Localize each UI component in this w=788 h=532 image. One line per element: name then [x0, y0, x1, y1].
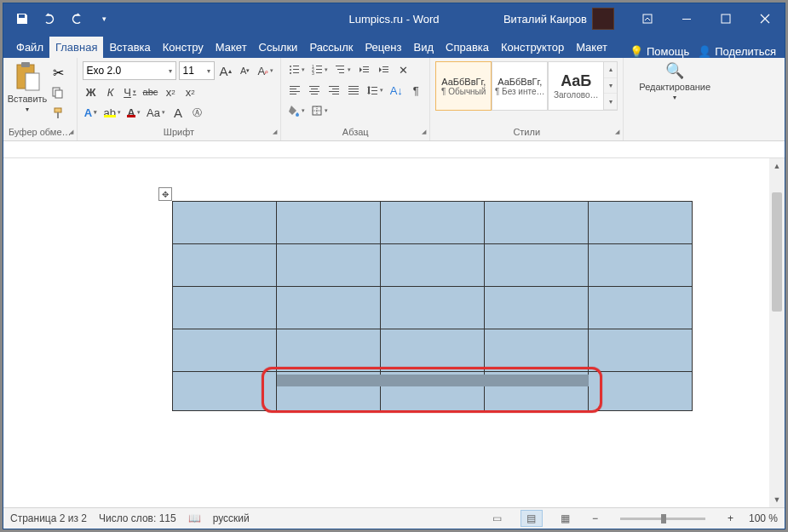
zoom-in-icon[interactable]: + [724, 512, 737, 524]
view-web-icon[interactable]: ▦ [555, 510, 577, 527]
font-size-combo[interactable]: 11▾ [179, 61, 215, 80]
tab-references[interactable]: Ссылки [253, 37, 304, 58]
scroll-down-icon[interactable]: ▼ [769, 492, 785, 507]
zoom-level[interactable]: 100 % [749, 512, 778, 524]
tab-layout[interactable]: Макет [210, 37, 253, 58]
qat-dropdown-icon[interactable]: ▾ [94, 9, 114, 29]
grow-font-icon[interactable]: A▴ [217, 62, 234, 79]
table-move-handle[interactable]: ✥ [158, 187, 172, 201]
paste-button[interactable]: Вставить ▾ [9, 61, 46, 125]
word-count[interactable]: Число слов: 115 [99, 512, 176, 524]
svg-rect-35 [309, 86, 319, 87]
tab-help[interactable]: Справка [440, 37, 495, 58]
redo-icon[interactable] [66, 9, 87, 29]
tell-me[interactable]: 💡Помощь [630, 45, 689, 58]
undo-icon[interactable] [39, 9, 60, 29]
svg-rect-4 [21, 62, 30, 67]
align-right-icon[interactable] [325, 82, 342, 99]
close-icon[interactable] [745, 3, 785, 34]
maximize-icon[interactable] [706, 3, 745, 34]
save-icon[interactable] [12, 9, 32, 29]
group-label-font: Шрифт [83, 125, 276, 139]
borders-icon[interactable] [309, 102, 330, 119]
subscript-icon[interactable]: x2 [162, 83, 179, 100]
sort-icon[interactable]: A↓ [388, 82, 405, 99]
group-clipboard: Вставить ▾ ✂ Буфер обме… [3, 58, 78, 140]
style-nospacing[interactable]: АаБбВвГг, ¶ Без инте… [492, 61, 548, 111]
svg-point-12 [290, 69, 291, 71]
tab-insert[interactable]: Вставка [103, 37, 156, 58]
indent-icon[interactable] [375, 61, 392, 78]
search-icon: 🔍 [665, 61, 684, 80]
tab-design[interactable]: Констру [157, 37, 210, 58]
bold-button[interactable]: Ж [83, 83, 100, 100]
asian-layout-icon[interactable]: ✕ [394, 61, 411, 78]
numbering-icon[interactable]: 123 [309, 61, 330, 78]
underline-button[interactable]: Ч [122, 83, 139, 100]
svg-point-14 [290, 72, 291, 74]
spellcheck-icon[interactable]: 📖 [188, 512, 201, 524]
tab-review[interactable]: Реценз [359, 37, 407, 58]
style-normal[interactable]: АаБбВвГг, ¶ Обычный [435, 61, 492, 111]
svg-rect-0 [643, 14, 652, 23]
svg-point-10 [290, 66, 291, 67]
share-button[interactable]: 👤Поделиться [698, 45, 776, 58]
format-painter-icon[interactable] [49, 106, 66, 121]
show-marks-icon[interactable]: ¶ [407, 82, 424, 99]
justify-icon[interactable] [345, 82, 362, 99]
tab-mailings[interactable]: Рассылк [303, 37, 359, 58]
bullets-icon[interactable] [286, 61, 307, 78]
superscript-icon[interactable]: x2 [181, 83, 198, 100]
shrink-font-icon[interactable]: A▾ [237, 62, 254, 79]
ruler[interactable] [3, 141, 785, 158]
scroll-thumb[interactable] [772, 192, 782, 312]
tab-table-design[interactable]: Конструктор [495, 37, 570, 58]
styles-gallery-more[interactable]: ▴▾▾ [604, 61, 618, 111]
svg-rect-24 [339, 72, 344, 73]
zoom-slider[interactable] [620, 518, 705, 520]
view-print-icon[interactable]: ▤ [521, 510, 543, 527]
vertical-scrollbar[interactable]: ▲ ▼ [769, 158, 785, 507]
strike-button[interactable]: abc [141, 83, 160, 100]
tab-table-layout[interactable]: Макет [570, 37, 613, 58]
svg-rect-49 [371, 90, 377, 91]
zoom-out-icon[interactable]: − [589, 512, 601, 524]
svg-rect-23 [337, 69, 344, 70]
tab-view[interactable]: Вид [407, 37, 440, 58]
outdent-icon[interactable] [355, 61, 372, 78]
shading-icon[interactable] [286, 102, 307, 119]
minimize-icon[interactable] [667, 3, 706, 34]
clear-format-icon[interactable]: Aᵨ [256, 62, 276, 79]
svg-rect-13 [293, 69, 299, 70]
align-left-icon[interactable] [286, 82, 303, 99]
svg-rect-5 [26, 73, 39, 90]
italic-button[interactable]: К [102, 83, 119, 100]
view-read-icon[interactable]: ▭ [486, 510, 509, 527]
page-indicator[interactable]: Страница 2 из 2 [10, 512, 87, 524]
highlight-icon[interactable]: ab [102, 104, 123, 121]
scroll-up-icon[interactable]: ▲ [769, 158, 785, 174]
app-window: ▾ Lumpics.ru - Word Виталий Каиров Файл … [3, 3, 785, 529]
ribbon-options-icon[interactable] [628, 3, 667, 34]
tab-home[interactable]: Главная [49, 37, 103, 58]
group-font: Exo 2.0▾ 11▾ A▴ A▾ Aᵨ Ж К Ч abc x2 x2 A … [78, 58, 282, 140]
align-center-icon[interactable] [306, 82, 323, 99]
font-name-combo[interactable]: Exo 2.0▾ [83, 61, 176, 80]
char-shading-icon[interactable]: A [170, 104, 187, 121]
copy-icon[interactable] [49, 85, 66, 100]
enclose-icon[interactable]: Ⓐ [189, 104, 206, 121]
text-effects-icon[interactable]: A [83, 104, 100, 121]
line-spacing-icon[interactable] [365, 82, 385, 99]
style-heading1[interactable]: АаБ Заголово… [548, 61, 604, 111]
svg-rect-38 [311, 94, 318, 94]
page[interactable]: ✥ [19, 158, 752, 507]
font-color-icon[interactable]: A [125, 104, 142, 121]
change-case-icon[interactable]: Aa [145, 104, 167, 121]
language-indicator[interactable]: русский [213, 512, 250, 524]
group-styles: АаБбВвГг, ¶ Обычный АаБбВвГг, ¶ Без инте… [430, 58, 624, 140]
cut-icon[interactable]: ✂ [49, 65, 66, 80]
user-account[interactable]: Виталий Каиров [503, 8, 614, 30]
multilevel-icon[interactable] [332, 61, 353, 78]
editing-button[interactable]: 🔍 Редактирование ▾ [629, 61, 721, 101]
tab-file[interactable]: Файл [10, 37, 49, 58]
